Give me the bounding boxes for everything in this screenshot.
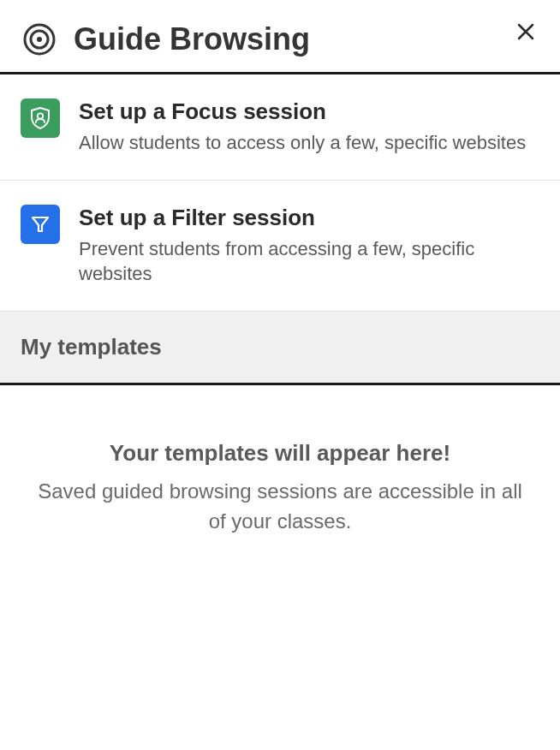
templates-empty-title: Your templates will appear here!: [34, 440, 526, 467]
filter-session-option[interactable]: Set up a Filter session Prevent students…: [0, 181, 560, 312]
focus-content: Set up a Focus session Allow students to…: [79, 98, 539, 156]
target-icon: [21, 21, 58, 58]
templates-section-title: My templates: [21, 334, 539, 360]
filter-title: Set up a Filter session: [79, 205, 539, 231]
filter-icon: [21, 205, 60, 244]
dialog-header: Guide Browsing: [0, 0, 560, 74]
focus-title: Set up a Focus session: [79, 98, 539, 125]
focus-icon: [21, 98, 60, 138]
svg-point-4: [37, 37, 42, 42]
templates-empty-description: Saved guided browsing sessions are acces…: [34, 477, 526, 537]
close-button[interactable]: [512, 15, 539, 50]
templates-empty-state: Your templates will appear here! Saved g…: [0, 385, 560, 592]
dialog-title: Guide Browsing: [74, 21, 310, 57]
filter-description: Prevent students from accessing a few, s…: [79, 236, 539, 287]
focus-description: Allow students to access only a few, spe…: [79, 130, 539, 156]
close-icon: [515, 17, 536, 48]
focus-session-option[interactable]: Set up a Focus session Allow students to…: [0, 74, 560, 181]
svg-point-5: [38, 113, 43, 118]
filter-content: Set up a Filter session Prevent students…: [79, 205, 539, 287]
templates-section-header: My templates: [0, 312, 560, 385]
